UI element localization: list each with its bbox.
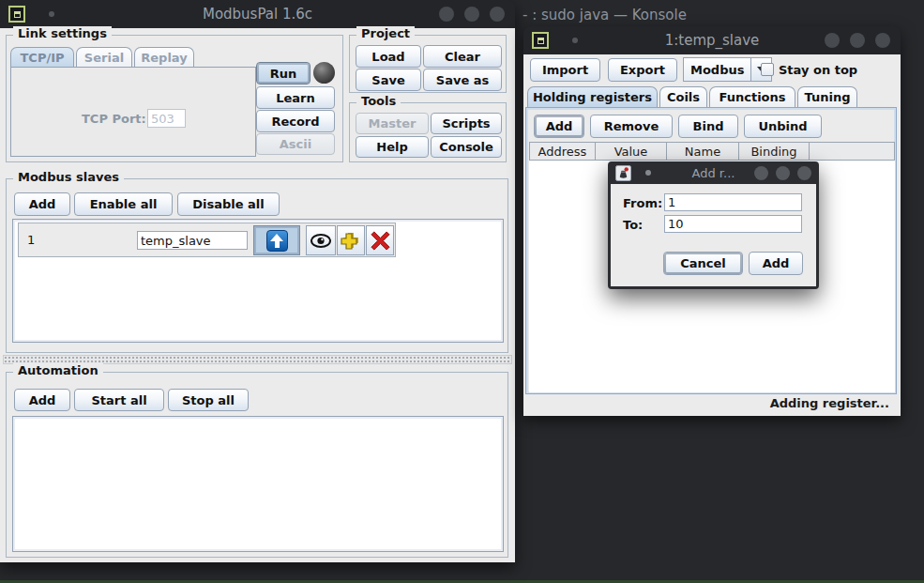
tab-tuning[interactable]: Tuning — [797, 86, 857, 107]
app-icon-glyph — [14, 11, 21, 18]
modbus-slaves-group: Modbus slaves Add Enable all Disable all… — [6, 178, 508, 353]
minimize-button[interactable] — [825, 33, 840, 48]
export-button[interactable]: Export — [608, 58, 677, 82]
column-header-name[interactable]: Name — [667, 142, 739, 161]
slave-delete-button[interactable] — [366, 225, 394, 255]
add-register-dialog: Add r... From: To: Cancel Add — [608, 161, 819, 289]
registers-table-header: Address Value Name Binding — [529, 142, 895, 161]
from-label: From: — [623, 196, 662, 210]
column-header-binding[interactable]: Binding — [739, 142, 810, 161]
tab-functions[interactable]: Functions — [709, 86, 795, 107]
implementation-value: Modbus — [683, 57, 751, 82]
clear-button[interactable]: Clear — [423, 45, 502, 68]
slave-view-button[interactable] — [306, 225, 336, 255]
record-button[interactable]: Record — [256, 110, 335, 132]
tcpip-tab-panel: TCP Port: — [10, 67, 256, 157]
tab-serial[interactable]: Serial — [76, 47, 132, 68]
maximize-button[interactable] — [850, 33, 865, 48]
learn-button[interactable]: Learn — [256, 86, 335, 109]
bind-button[interactable]: Bind — [678, 115, 738, 138]
remove-register-button[interactable]: Remove — [590, 115, 673, 138]
tcp-port-label: TCP Port: — [82, 112, 146, 126]
tcp-port-input[interactable] — [147, 109, 186, 128]
project-group: Project Load Clear Save Save as — [349, 35, 507, 93]
window-title: ModbusPal 1.6c — [0, 6, 515, 23]
minimize-button[interactable] — [439, 7, 454, 22]
add-button[interactable]: Add — [749, 252, 803, 275]
slave-add-button[interactable] — [337, 225, 365, 255]
cancel-button[interactable]: Cancel — [663, 252, 743, 275]
dialog-body: From: To: Cancel Add — [611, 184, 816, 286]
titlebar-pin-icon — [572, 38, 578, 43]
link-settings-group: Link settings TCP/IP Serial Replay TCP P… — [6, 35, 343, 162]
tools-group: Tools Master Scripts Help Console — [349, 102, 507, 162]
stay-on-top-label: Stay on top — [779, 63, 857, 77]
app-icon-glyph — [538, 38, 544, 44]
slave-name-input[interactable] — [137, 231, 248, 250]
close-button[interactable] — [875, 33, 890, 48]
slave-id: 1 — [27, 233, 35, 247]
automation-label: Automation — [13, 363, 103, 377]
minimize-button[interactable] — [754, 166, 768, 180]
save-as-button[interactable]: Save as — [423, 69, 502, 91]
eye-icon — [310, 233, 332, 248]
help-button[interactable]: Help — [356, 136, 429, 158]
start-all-button[interactable]: Start all — [74, 389, 164, 411]
dialog-window-controls — [754, 166, 811, 180]
maximize-button[interactable] — [464, 7, 479, 22]
tools-label: Tools — [356, 94, 401, 108]
maximize-button[interactable] — [776, 166, 790, 180]
tab-replay[interactable]: Replay — [134, 47, 194, 68]
column-header-address[interactable]: Address — [529, 142, 596, 161]
column-header-filler — [810, 142, 895, 161]
add-register-button[interactable]: Add — [534, 115, 584, 138]
link-settings-label: Link settings — [13, 26, 112, 40]
console-button[interactable]: Console — [431, 136, 502, 158]
konsole-window-title: - : sudo java — Konsole — [523, 7, 687, 23]
unbind-button[interactable]: Unbind — [744, 115, 822, 138]
dialog-titlebar: Add r... — [608, 161, 819, 184]
tab-holding-registers[interactable]: Holding registers — [527, 86, 658, 107]
project-label: Project — [356, 26, 415, 40]
master-button: Master — [356, 113, 429, 134]
automation-list-panel — [12, 416, 504, 552]
app-icon[interactable] — [532, 32, 549, 49]
tab-tcpip[interactable]: TCP/IP — [10, 47, 74, 68]
run-led-indicator — [313, 62, 335, 84]
import-button[interactable]: Import — [530, 58, 600, 82]
add-automation-button[interactable]: Add — [14, 389, 70, 411]
window-controls — [439, 7, 505, 22]
plus-icon — [341, 230, 361, 251]
stay-on-top-checkbox[interactable] — [761, 63, 774, 76]
app-icon[interactable] — [8, 6, 25, 23]
slave-row: 1 — [18, 222, 396, 257]
slaves-list-panel: 1 — [12, 219, 504, 343]
from-input[interactable] — [664, 193, 802, 211]
run-button[interactable]: Run — [256, 62, 311, 84]
java-app-icon[interactable] — [615, 165, 631, 181]
tab-coils[interactable]: Coils — [659, 86, 707, 107]
ascii-button: Ascii — [256, 133, 335, 155]
enable-all-button[interactable]: Enable all — [74, 192, 173, 216]
implementation-select[interactable]: Modbus — [683, 57, 772, 82]
modbuspal-body: Link settings TCP/IP Serial Replay TCP P… — [0, 28, 515, 562]
modbuspal-titlebar: ModbusPal 1.6c — [0, 0, 515, 28]
slave-enable-toggle[interactable] — [253, 225, 300, 255]
modbuspal-window: ModbusPal 1.6c Link settings TCP/IP Seri… — [0, 0, 515, 562]
automation-group: Automation Add Start all Stop all — [6, 372, 508, 558]
to-input[interactable] — [664, 215, 802, 233]
disable-all-button[interactable]: Disable all — [177, 192, 280, 216]
save-button[interactable]: Save — [356, 69, 421, 91]
stop-all-button[interactable]: Stop all — [168, 389, 249, 411]
add-slave-button[interactable]: Add — [14, 192, 70, 216]
column-header-value[interactable]: Value — [596, 142, 667, 161]
load-button[interactable]: Load — [356, 45, 421, 68]
titlebar-pin-icon — [49, 11, 54, 17]
scripts-button[interactable]: Scripts — [431, 113, 502, 134]
x-icon — [371, 231, 390, 251]
close-button[interactable] — [490, 7, 505, 22]
modbus-slaves-label: Modbus slaves — [13, 170, 124, 184]
titlebar-pin-icon — [645, 170, 651, 176]
close-button[interactable] — [797, 166, 811, 180]
to-label: To: — [623, 218, 643, 232]
